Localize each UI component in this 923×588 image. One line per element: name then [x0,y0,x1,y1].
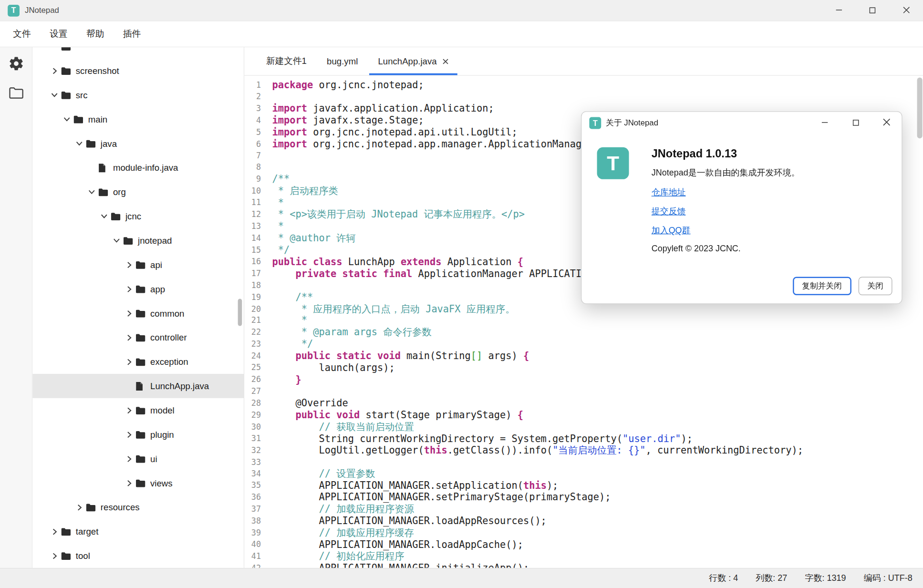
code-line[interactable]: 40 APPLICATION_MANAGER.loadAppCache(); [244,539,923,551]
minimize-button[interactable] [822,0,856,21]
chevron-right-icon[interactable] [123,358,135,365]
code-line[interactable]: 41 // 初始化应用程序 [244,551,923,563]
tree-item-resources[interactable]: resources [32,495,244,519]
chevron-right-icon[interactable] [48,528,61,535]
chevron-down-icon[interactable] [61,116,73,122]
code-line[interactable]: 1package org.jcnc.jnotepad; [244,79,923,91]
tree-item-partial-folder[interactable] [32,47,244,59]
repository-link[interactable]: 仓库地址 [652,187,686,198]
line-number: 42 [244,562,261,567]
code-line[interactable]: 34 // 设置参数 [244,468,923,480]
folder-icon [135,430,148,438]
tree-item-jnotepad[interactable]: jnotepad [32,228,244,253]
menu-item-plugins[interactable]: 插件 [114,24,150,44]
chevron-down-icon[interactable] [85,189,98,195]
code-line[interactable]: 36 APPLICATION_MANAGER.setPrimaryStage(p… [244,492,923,504]
chevron-right-icon[interactable] [123,334,135,341]
code-line[interactable]: 2 [244,91,923,103]
feedback-link[interactable]: 提交反馈 [652,206,686,217]
close-button[interactable] [889,0,923,21]
code-line[interactable]: 27 [244,386,923,398]
code-line[interactable]: 24 public static void main(String[] args… [244,351,923,362]
maximize-button[interactable] [856,0,890,21]
code-line[interactable]: 37 // 加载应用程序资源 [244,504,923,516]
chevron-right-icon[interactable] [123,455,135,462]
close-tab-icon[interactable] [443,58,448,64]
code-line[interactable]: 25 launch(args); [244,362,923,374]
settings-button[interactable] [6,54,26,74]
code-line[interactable]: 31 String currentWorkingDirectory = Syst… [244,433,923,445]
tab-lunchapp-java[interactable]: LunchApp.java [368,47,458,75]
code-line[interactable]: 29 public void start(Stage primaryStage)… [244,409,923,421]
chevron-right-icon[interactable] [123,479,135,486]
code-line[interactable]: 21 * [244,315,923,327]
tree-item-api[interactable]: api [32,253,244,277]
code-line[interactable]: 26 } [244,374,923,386]
code-line[interactable]: 20 * 应用程序的入口点，启动 JavaFX 应用程序。 [244,303,923,315]
code-line[interactable]: 38 APPLICATION_MANAGER.loadAppResources(… [244,516,923,527]
tree-item-common[interactable]: common [32,301,244,325]
tree-item-module-info-java[interactable]: module-info.java [32,155,244,180]
code-line[interactable]: 30 // 获取当前启动位置 [244,421,923,433]
menu-item-file[interactable]: 文件 [3,24,40,44]
chevron-right-icon[interactable] [123,431,135,438]
tree-item-model[interactable]: model [32,398,244,423]
tree-item-java[interactable]: java [32,131,244,155]
code-line[interactable]: 35 APPLICATION_MANAGER.setApplication(th… [244,480,923,492]
chevron-down-icon[interactable] [98,214,111,219]
tree-item-screenshot[interactable]: screenshot [32,59,244,83]
dialog-close-action-button[interactable]: 关闭 [859,277,892,295]
tree-item-lunchapp-java[interactable]: LunchApp.java [32,374,244,398]
chevron-right-icon[interactable] [48,552,61,559]
chevron-right-icon[interactable] [123,309,135,317]
code-line[interactable]: 39 // 加载应用程序缓存 [244,527,923,539]
tree-item-ui[interactable]: ui [32,446,244,471]
dialog-close-button[interactable] [871,112,902,134]
tree-item-plugin[interactable]: plugin [32,423,244,447]
tree-item-controller[interactable]: controller [32,325,244,350]
code-line[interactable]: 22 * @param args 命令行参数 [244,327,923,339]
chevron-right-icon[interactable] [123,285,135,292]
code-line[interactable]: 28 @Override [244,397,923,409]
chevron-right-icon[interactable] [123,407,135,414]
chevron-right-icon[interactable] [73,504,86,511]
folder-icon [61,552,74,560]
tree-item-label: ui [150,454,157,464]
tab-label: 新建文件1 [266,56,307,67]
chevron-down-icon[interactable] [110,238,123,243]
qq-group-link[interactable]: 加入QQ群 [652,225,691,236]
tab-new-file-1[interactable]: 新建文件1 [256,47,317,75]
tree-item-src[interactable]: src [32,83,244,107]
code-line[interactable]: 32 LogUtil.getLogger(this.getClass()).in… [244,444,923,456]
editor-scrollbar[interactable] [916,76,923,568]
editor-scrollbar-thumb[interactable] [917,77,923,138]
code-text: public class LunchApp extends Applicatio… [272,256,523,268]
menu-bar: 文件 设置 帮助 插件 [0,21,923,48]
copy-and-close-button[interactable]: 复制并关闭 [792,277,851,295]
tree-item-app[interactable]: app [32,277,244,301]
dialog-maximize-button[interactable] [840,112,871,134]
chevron-right-icon[interactable] [48,67,61,74]
code-line[interactable]: 23 */ [244,339,923,351]
code-line[interactable]: 33 [244,456,923,468]
tree-item-views[interactable]: views [32,471,244,495]
tree-item-org[interactable]: org [32,180,244,204]
menu-item-settings[interactable]: 设置 [40,24,77,44]
chevron-down-icon[interactable] [73,141,86,146]
tree-item-main[interactable]: main [32,107,244,132]
tree-item-target[interactable]: target [32,519,244,544]
code-line[interactable]: 42 APPLICATION_MANAGER.initializeApp(); [244,562,923,567]
tree-scrollbar-thumb[interactable] [238,299,242,326]
dialog-minimize-button[interactable] [809,112,840,134]
code-text: /** [272,291,313,303]
folder-icon [86,139,99,147]
code-text: */ [272,244,290,256]
tree-item-tool[interactable]: tool [32,544,244,568]
chevron-down-icon[interactable] [48,93,61,98]
chevron-right-icon[interactable] [123,261,135,268]
tree-item-jcnc[interactable]: jcnc [32,204,244,228]
tree-item-exception[interactable]: exception [32,350,244,374]
explorer-button[interactable] [6,84,26,104]
menu-item-help[interactable]: 帮助 [77,24,114,44]
tab-bug-yml[interactable]: bug.yml [317,47,368,75]
